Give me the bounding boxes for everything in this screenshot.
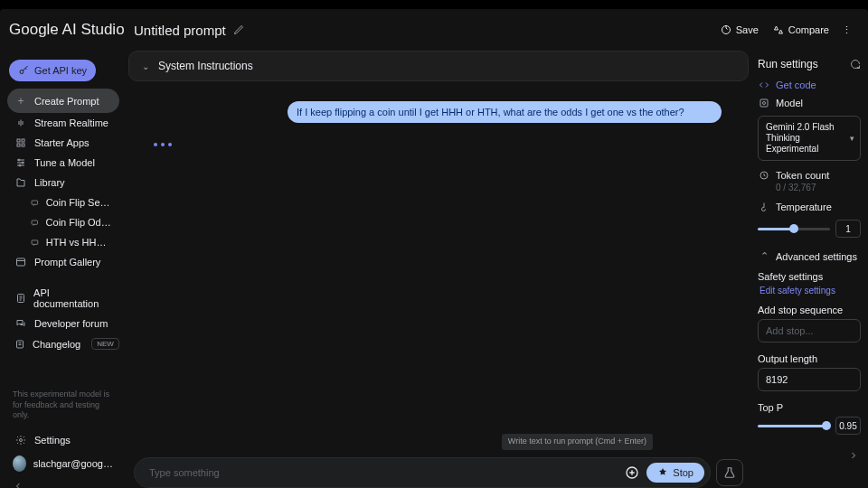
nav-tune-model[interactable]: Tune a Model xyxy=(7,153,119,173)
save-button[interactable]: Save xyxy=(713,21,766,39)
settings-label: Settings xyxy=(34,435,71,446)
kebab-icon: ⋮ xyxy=(842,24,852,36)
plus-circle-icon xyxy=(625,465,639,480)
user-row[interactable]: slachgar@google.com xyxy=(11,450,116,477)
tool-button[interactable] xyxy=(716,459,743,486)
doc-icon xyxy=(14,293,26,304)
safety-settings-label: Safety settings xyxy=(758,271,861,282)
add-attachment-button[interactable] xyxy=(621,462,643,483)
conversation-area: If I keep flipping a coin until I get HH… xyxy=(128,89,749,457)
prompt-title: Untitled prompt xyxy=(134,23,244,38)
prompt-title-text: Untitled prompt xyxy=(134,23,226,38)
nav-prompt-gallery[interactable]: Prompt Gallery xyxy=(7,252,119,272)
user-message-bubble: If I keep flipping a coin until I get HH… xyxy=(288,101,722,123)
svg-rect-4 xyxy=(17,144,20,146)
output-length-label: Output length xyxy=(758,353,861,364)
wave-icon xyxy=(14,117,27,128)
svg-rect-5 xyxy=(22,144,24,146)
disclaimer-text: This experimental model is for feedback … xyxy=(11,384,116,430)
chevron-up-icon[interactable]: ⌃ xyxy=(758,250,770,262)
expand-right-button[interactable] xyxy=(848,450,859,461)
stop-sequence-input[interactable] xyxy=(758,319,861,343)
top-p-value[interactable]: 0.95 xyxy=(835,417,861,435)
compare-label: Compare xyxy=(788,24,829,35)
sidebar: Get API key ＋ Create Prompt Stream Realt… xyxy=(0,51,125,488)
nav-label: Changelog xyxy=(33,339,80,350)
model-select[interactable]: Gemini 2.0 Flash Thinking Experimental xyxy=(758,116,861,161)
nav-label: Create Prompt xyxy=(34,96,99,107)
plus-icon: ＋ xyxy=(14,93,27,108)
code-icon xyxy=(758,80,770,90)
nav-label: Prompt Gallery xyxy=(34,257,100,267)
chat-icon xyxy=(31,218,39,228)
library-item-label: HTH vs HHH Coin Flips xyxy=(46,237,112,248)
nav-settings[interactable]: Settings xyxy=(11,430,116,450)
tune-icon xyxy=(14,157,27,168)
prompt-input-container: Stop xyxy=(134,457,711,488)
temperature-label: Temperature xyxy=(776,202,832,212)
prompt-input[interactable] xyxy=(147,466,621,479)
svg-rect-3 xyxy=(22,139,24,142)
top-p-label: Top P xyxy=(758,402,861,413)
chat-icon xyxy=(31,198,39,208)
system-instructions-label: System Instructions xyxy=(158,60,253,72)
temperature-slider[interactable] xyxy=(758,228,830,230)
system-instructions-toggle[interactable]: ⌄ System Instructions xyxy=(128,51,749,81)
overflow-menu-button[interactable]: ⋮ xyxy=(836,21,857,40)
beaker-icon xyxy=(723,466,736,479)
run-settings-panel: Run settings Get code Model Gemini 2.0 F… xyxy=(752,51,868,488)
nav-stream-realtime[interactable]: Stream Realtime xyxy=(7,113,119,133)
svg-rect-11 xyxy=(32,239,38,243)
save-icon xyxy=(721,24,731,35)
chat-icon xyxy=(31,238,39,248)
nav-create-prompt[interactable]: ＋ Create Prompt xyxy=(7,89,119,113)
library-item[interactable]: HTH vs HHH Coin Flips xyxy=(7,232,119,252)
output-length-input[interactable] xyxy=(758,368,861,391)
nav-starter-apps[interactable]: Starter Apps xyxy=(7,133,119,153)
edit-safety-link[interactable]: Edit safety settings xyxy=(758,286,861,296)
svg-rect-2 xyxy=(17,139,20,142)
gallery-icon xyxy=(14,257,27,267)
nav-library[interactable]: Library xyxy=(7,173,119,192)
library-item[interactable]: Coin Flip Odds: HHH v... xyxy=(7,212,119,232)
temperature-value[interactable]: 1 xyxy=(835,220,861,238)
main-column: ⌄ System Instructions If I keep flipping… xyxy=(125,51,752,488)
nav-label: Tune a Model xyxy=(34,157,95,168)
library-item-label: Coin Flip Odds: HHH v... xyxy=(46,217,112,228)
nav-api-docs[interactable]: API documentation xyxy=(7,283,119,314)
stop-label: Stop xyxy=(673,467,693,478)
nav-developer-forum[interactable]: Developer forum xyxy=(7,314,119,333)
chevron-down-icon: ⌄ xyxy=(142,61,149,71)
forum-icon xyxy=(14,318,27,329)
run-tooltip: Write text to run prompt (Cmd + Enter) xyxy=(502,434,653,450)
top-p-slider[interactable] xyxy=(758,425,830,427)
gear-icon xyxy=(14,435,27,446)
svg-rect-10 xyxy=(32,220,37,223)
compare-button[interactable]: Compare xyxy=(766,21,836,39)
svg-point-15 xyxy=(20,439,23,442)
library-item-label: Coin Flip Sequence Pr... xyxy=(46,197,112,208)
nav-changelog[interactable]: Changelog NEW xyxy=(7,333,119,354)
collapse-sidebar-button[interactable] xyxy=(13,481,24,488)
token-count-value: 0 / 32,767 xyxy=(776,183,861,192)
advanced-settings-label[interactable]: Advanced settings xyxy=(776,251,857,262)
nav-label: Starter Apps xyxy=(34,137,90,148)
temperature-icon xyxy=(758,202,770,212)
stop-button[interactable]: Stop xyxy=(646,463,704,483)
svg-rect-12 xyxy=(17,258,25,266)
edit-icon[interactable] xyxy=(233,24,244,35)
model-label: Model xyxy=(776,98,803,108)
typing-indicator xyxy=(154,143,736,146)
key-icon xyxy=(18,65,29,76)
reset-button[interactable] xyxy=(850,59,861,70)
get-code-link[interactable]: Get code xyxy=(776,80,816,90)
compare-icon xyxy=(773,24,784,35)
brand-title: Google AI Studio xyxy=(9,21,125,39)
svg-rect-17 xyxy=(760,99,768,107)
token-icon xyxy=(758,170,770,181)
new-badge: NEW xyxy=(91,338,119,350)
nav-label: Stream Realtime xyxy=(34,117,108,128)
get-api-key-button[interactable]: Get API key xyxy=(9,60,96,81)
svg-rect-9 xyxy=(32,200,37,203)
library-item[interactable]: Coin Flip Sequence Pr... xyxy=(7,192,119,212)
